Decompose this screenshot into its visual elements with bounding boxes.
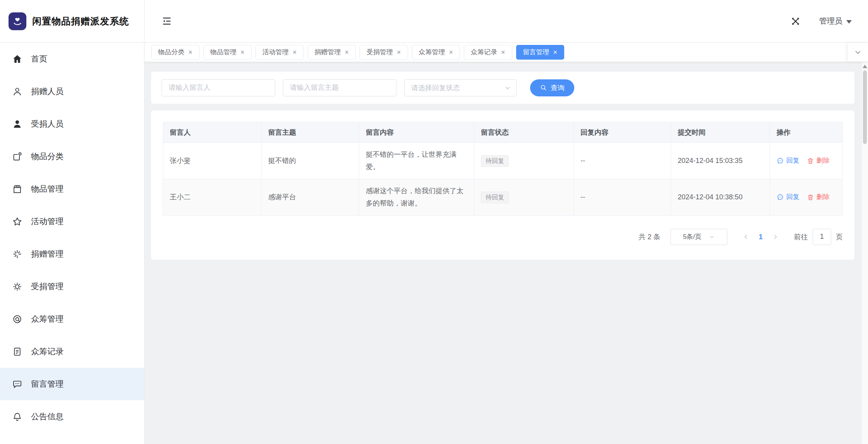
sidebar-item-label: 众筹管理 xyxy=(31,314,64,324)
tab-message-management[interactable]: 留言管理× xyxy=(516,45,565,60)
sidebar-item-message-management[interactable]: 留言管理 xyxy=(0,368,144,400)
sidebar-item-label: 物品管理 xyxy=(31,183,64,194)
app-root: 闲置物品捐赠派发系统 管理员 xyxy=(0,0,868,444)
sidebar-item-announcements[interactable]: 公告信息 xyxy=(0,400,144,433)
scrollbar-thumb[interactable] xyxy=(863,70,867,144)
query-button[interactable]: 查询 xyxy=(530,79,574,96)
search-subject-input[interactable] xyxy=(283,79,396,96)
close-icon[interactable]: × xyxy=(345,49,349,56)
sun-icon xyxy=(12,281,22,292)
tab-item-management[interactable]: 物品管理× xyxy=(203,45,252,60)
sidebar-item-crowdfunding-records[interactable]: 众筹记录 xyxy=(0,335,144,368)
close-icon[interactable]: × xyxy=(397,49,401,56)
delete-button[interactable]: 删除 xyxy=(807,155,830,167)
goto-page-input[interactable] xyxy=(813,229,831,245)
page-size-select[interactable]: 5条/页 xyxy=(670,229,727,245)
tab-label: 留言管理 xyxy=(523,48,549,57)
sidebar-item-label: 首页 xyxy=(31,53,47,64)
tab-label: 捐赠管理 xyxy=(315,48,341,57)
close-icon[interactable]: × xyxy=(241,49,245,56)
sidebar-item-label: 捐赠管理 xyxy=(31,249,64,259)
close-icon[interactable]: × xyxy=(449,49,453,56)
search-name-input[interactable] xyxy=(162,79,275,96)
close-icon[interactable]: × xyxy=(553,49,558,56)
select-placeholder: 请选择回复状态 xyxy=(411,83,460,93)
sidebar-fold-button[interactable] xyxy=(162,16,172,26)
chat-dots-icon xyxy=(777,157,784,165)
sidebar-item-label: 众筹记录 xyxy=(31,346,64,357)
prev-page-button[interactable] xyxy=(738,233,754,240)
tab-label: 活动管理 xyxy=(262,48,289,57)
delete-label: 删除 xyxy=(816,191,830,203)
tab-crowdfunding-management[interactable]: 众筹管理× xyxy=(412,45,460,60)
sidebar-item-label: 受捐管理 xyxy=(31,281,64,292)
vertical-scrollbar[interactable] xyxy=(861,62,868,444)
close-icon[interactable]: × xyxy=(501,49,505,56)
cell-name: 张小斐 xyxy=(163,143,262,179)
home-icon xyxy=(12,54,22,64)
search-icon xyxy=(540,84,547,91)
column-header: 留言状态 xyxy=(474,122,574,143)
top-header: 闲置物品捐赠派发系统 管理员 xyxy=(0,0,868,43)
tab-item-category[interactable]: 物品分类× xyxy=(151,45,200,60)
scrollbar-up-arrow[interactable] xyxy=(863,65,867,68)
page-number-button[interactable]: 1 xyxy=(754,233,768,241)
user-menu[interactable]: 管理员 xyxy=(819,16,852,26)
next-page-button[interactable] xyxy=(768,233,783,240)
user-outline-icon xyxy=(12,86,22,97)
user-filled-icon xyxy=(12,119,22,129)
reply-button[interactable]: 回复 xyxy=(777,191,799,203)
tab-overflow-button[interactable] xyxy=(848,43,868,62)
sidebar-item-home[interactable]: 首页 xyxy=(0,43,144,75)
sidebar-item-recipients[interactable]: 受捐人员 xyxy=(0,108,144,140)
chevron-left-icon xyxy=(742,233,749,240)
package-icon xyxy=(12,184,22,194)
page-size-label: 5条/页 xyxy=(683,232,701,241)
cell-time: 2024-12-04 15:03:35 xyxy=(671,143,770,179)
chat-bubble-icon xyxy=(12,379,22,389)
column-header: 留言内容 xyxy=(359,122,474,143)
reply-button[interactable]: 回复 xyxy=(777,155,799,167)
sidebar-item-donation-management[interactable]: 捐赠管理 xyxy=(0,238,144,270)
main-area: 物品分类× 物品管理× 活动管理× 捐赠管理× 受捐管理× 众筹管理× 众筹记录… xyxy=(145,43,868,444)
tab-receipt-management[interactable]: 受捐管理× xyxy=(360,45,408,60)
content: 请选择回复状态 查询 xyxy=(145,62,861,444)
reply-label: 回复 xyxy=(786,155,799,167)
column-header: 提交时间 xyxy=(671,122,770,143)
tab-label: 物品管理 xyxy=(210,48,237,57)
tab-bar: 物品分类× 物品管理× 活动管理× 捐赠管理× 受捐管理× 众筹管理× 众筹记录… xyxy=(145,43,868,62)
query-button-label: 查询 xyxy=(551,83,565,93)
trash-icon xyxy=(807,157,814,165)
chevron-down-icon xyxy=(854,48,862,57)
sidebar-item-donors[interactable]: 捐赠人员 xyxy=(0,75,144,108)
column-header: 操作 xyxy=(770,122,843,143)
brand: 闲置物品捐赠派发系统 xyxy=(0,0,145,42)
close-icon[interactable]: × xyxy=(188,49,193,56)
cell-content: 感谢这个平台，给我们提供了太多的帮助，谢谢。 xyxy=(359,179,474,215)
row-actions: 回复 删除 xyxy=(777,155,836,167)
tab-crowdfunding-records[interactable]: 众筹记录× xyxy=(464,45,512,60)
fullscreen-button[interactable] xyxy=(790,16,801,26)
lifebuoy-icon xyxy=(12,314,22,324)
cell-subject: 挺不错的 xyxy=(262,143,359,179)
trash-icon xyxy=(807,194,814,201)
sidebar-item-activity-management[interactable]: 活动管理 xyxy=(0,205,144,238)
delete-label: 删除 xyxy=(816,155,830,167)
close-icon[interactable]: × xyxy=(293,49,297,56)
sidebar-item-item-category[interactable]: 物品分类 xyxy=(0,140,144,173)
tab-donation-management[interactable]: 捐赠管理× xyxy=(308,45,356,60)
sidebar-item-receipt-management[interactable]: 受捐管理 xyxy=(0,270,144,303)
sidebar-item-label: 公告信息 xyxy=(31,411,64,422)
app-logo xyxy=(9,12,26,30)
header-right: 管理员 xyxy=(790,16,852,26)
status-badge: 待回复 xyxy=(481,192,509,203)
sidebar-item-item-management[interactable]: 物品管理 xyxy=(0,173,144,205)
status-badge: 待回复 xyxy=(481,155,509,167)
sidebar-item-crowdfunding-management[interactable]: 众筹管理 xyxy=(0,303,144,335)
sidebar: 首页 捐赠人员 受捐人员 物品分类 物品管理 活动管理 xyxy=(0,43,145,444)
tab-label: 众筹记录 xyxy=(471,48,497,57)
tab-label: 众筹管理 xyxy=(419,48,445,57)
reply-status-select[interactable]: 请选择回复状态 xyxy=(404,79,517,96)
tab-activity-management[interactable]: 活动管理× xyxy=(255,45,304,60)
delete-button[interactable]: 删除 xyxy=(807,191,830,203)
